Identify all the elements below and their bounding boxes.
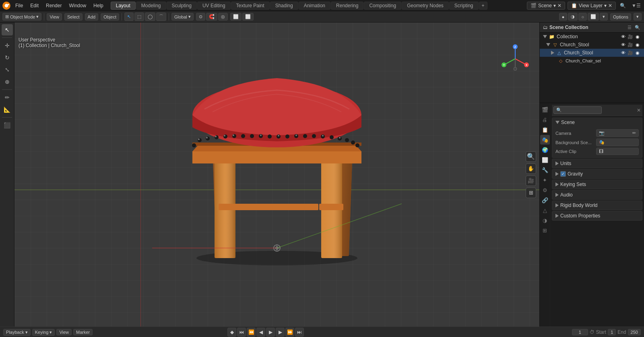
options-btn[interactable]: Options xyxy=(610,13,631,21)
scene-selector[interactable]: 🎬 Scene ▾ ✕ xyxy=(527,2,565,10)
annotate-btn[interactable]: ✏ xyxy=(2,92,13,103)
tab-modeling[interactable]: Modeling xyxy=(136,2,166,10)
outliner-item-collection[interactable]: 📁 Collection 👁 🎥 ◉ xyxy=(540,33,644,41)
menu-file[interactable]: File xyxy=(12,2,26,9)
view-menu[interactable]: View xyxy=(47,13,62,21)
rotate-tool-btn[interactable]: ↻ xyxy=(2,52,13,63)
start-frame-input[interactable]: 1 xyxy=(608,329,616,335)
visibility-camera-icon[interactable]: 🎥 xyxy=(627,33,634,40)
camera-view-btn[interactable]: 🎥 xyxy=(526,176,536,186)
mesh-camera-icon[interactable]: 🎥 xyxy=(627,50,634,56)
current-frame-input[interactable]: 1 xyxy=(572,329,588,335)
outliner-item-material[interactable]: ◇ Church_Chair_sel xyxy=(540,57,644,65)
constraints-props-icon[interactable]: 🔗 xyxy=(540,195,550,205)
xray-btn[interactable]: ⬜ xyxy=(242,13,254,21)
menu-help[interactable]: Help xyxy=(90,2,107,9)
transform-global[interactable]: Global ▾ xyxy=(171,13,194,21)
marker-menu[interactable]: Marker xyxy=(73,329,93,335)
particles-props-icon[interactable]: ✦ xyxy=(540,175,550,185)
tab-texture-paint[interactable]: Texture Paint xyxy=(231,2,270,10)
jump-start-btn[interactable]: ⏮ xyxy=(237,328,246,337)
options-dropdown[interactable]: ▾ xyxy=(634,13,642,21)
cursor-tool-btn[interactable]: ↖ xyxy=(2,24,13,35)
group-camera-icon[interactable]: 🎥 xyxy=(627,41,634,48)
viewport-gizmo[interactable]: Z X Y xyxy=(499,43,531,75)
measure-btn[interactable]: 📐 xyxy=(2,104,13,115)
scale-tool-btn[interactable]: ⤡ xyxy=(2,64,13,75)
object-menu[interactable]: Object xyxy=(101,13,119,21)
outliner-item-church-stool-group[interactable]: ▽ Church_Stool 👁 🎥 ◉ xyxy=(540,41,644,49)
texture-props-icon[interactable]: ⊞ xyxy=(540,225,550,235)
object-data-props-icon[interactable]: △ xyxy=(540,205,550,215)
tab-layout[interactable]: Layout xyxy=(111,2,136,10)
modifier-props-icon[interactable]: 🔧 xyxy=(540,165,550,175)
material-props-icon[interactable]: ◑ xyxy=(540,215,550,225)
world-props-icon[interactable]: 🌍 xyxy=(540,145,550,155)
units-header[interactable]: Units xyxy=(552,159,642,168)
tab-rendering[interactable]: Rendering xyxy=(331,2,363,10)
group-eye-icon[interactable]: 👁 xyxy=(620,41,626,48)
rigid-body-header[interactable]: Rigid Body World xyxy=(552,201,642,210)
ortho-view-btn[interactable]: ⊞ xyxy=(526,188,536,198)
tab-geometry-nodes[interactable]: Geometry Nodes xyxy=(402,2,449,10)
props-search-input[interactable]: 🔍 xyxy=(553,106,602,114)
pivot-btn[interactable]: ⊙ xyxy=(196,13,205,21)
tab-sculpting[interactable]: Sculpting xyxy=(167,2,197,10)
tab-animation[interactable]: Animation xyxy=(299,2,330,10)
menu-edit[interactable]: Edit xyxy=(27,2,42,9)
scene-section-header[interactable]: Scene xyxy=(552,118,642,127)
pan-btn[interactable]: ✋ xyxy=(526,163,536,174)
view-layer-selector[interactable]: 📋 View Layer ▾ ✕ xyxy=(568,2,616,10)
transform-tool-btn[interactable]: ⊕ xyxy=(2,76,13,87)
group-select-icon[interactable]: ◉ xyxy=(634,41,641,48)
move-tool-btn[interactable]: ✛ xyxy=(2,40,13,51)
active-clip-value[interactable]: 🎞 xyxy=(596,148,639,155)
solid-shading[interactable]: ● xyxy=(559,13,568,21)
camera-edit-icon[interactable]: ✏ xyxy=(632,130,636,136)
jump-end-btn[interactable]: ⏭ xyxy=(295,328,304,337)
custom-props-header[interactable]: Custom Properties xyxy=(552,211,642,220)
gravity-header[interactable]: ✓ Gravity xyxy=(552,170,642,178)
visibility-select-icon[interactable]: ◉ xyxy=(634,33,641,40)
menu-window[interactable]: Window xyxy=(66,2,89,9)
bg-scene-value[interactable]: 🎭 xyxy=(596,139,639,146)
select-lasso-tool[interactable]: ⌒ xyxy=(156,12,166,21)
3d-viewport[interactable]: User Perspective (1) Collection | Church… xyxy=(14,23,539,327)
render-props-icon[interactable]: 🎬 xyxy=(540,105,550,114)
audio-header[interactable]: Audio xyxy=(552,190,642,199)
view-layer-props-icon[interactable]: 📋 xyxy=(540,125,550,134)
select-box-tool[interactable]: ⬚ xyxy=(134,12,144,21)
view-layer-close-icon[interactable]: ✕ xyxy=(608,3,612,8)
jump-prev-keyframe-btn[interactable]: ⏪ xyxy=(247,328,256,337)
rendered-shading[interactable]: ○ xyxy=(578,13,587,21)
keying-sets-header[interactable]: Keying Sets xyxy=(552,180,642,189)
view-menu-timeline[interactable]: View xyxy=(56,329,72,335)
playback-menu[interactable]: Playback ▾ xyxy=(3,329,31,336)
outliner-filter-btn[interactable]: ☰ xyxy=(626,24,633,31)
mesh-select-icon[interactable]: ◉ xyxy=(634,50,641,56)
prev-frame-btn[interactable]: ◀ xyxy=(256,328,265,337)
snap-btn[interactable]: 🧲 xyxy=(206,13,217,21)
overlay-btn[interactable]: ⬜ xyxy=(230,13,242,21)
scene-props-icon[interactable]: 🎭 xyxy=(540,135,550,145)
object-props-icon[interactable]: ⬜ xyxy=(540,155,550,165)
camera-value[interactable]: 📷 ✏ xyxy=(596,129,639,137)
object-mode-selector[interactable]: ⊞ Object Mode ▾ xyxy=(2,13,41,21)
outliner-item-church-stool-mesh[interactable]: △ Church_Stool 👁 🎥 ◉ xyxy=(540,49,644,57)
tab-scripting[interactable]: Scripting xyxy=(449,2,479,10)
proportional-btn[interactable]: ◎ xyxy=(218,13,228,21)
visibility-eye-icon[interactable]: 👁 xyxy=(620,33,626,40)
gravity-checkbox[interactable]: ✓ xyxy=(560,171,566,177)
select-menu[interactable]: Select xyxy=(64,13,83,21)
physics-props-icon[interactable]: ⚙ xyxy=(540,185,550,195)
filter-icon[interactable]: ▼☰ xyxy=(630,3,642,8)
tab-compositing[interactable]: Compositing xyxy=(364,2,401,10)
material-shading[interactable]: ◑ xyxy=(568,13,578,21)
scene-close-icon[interactable]: ✕ xyxy=(557,3,561,8)
search-icon[interactable]: 🔍 xyxy=(618,3,627,8)
add-workspace-tab[interactable]: + xyxy=(479,2,487,10)
tab-shading[interactable]: Shading xyxy=(270,2,298,10)
end-frame-input[interactable]: 250 xyxy=(628,329,641,335)
cursor-tool[interactable]: ↖ xyxy=(124,12,134,21)
next-frame-btn[interactable]: ▶ xyxy=(276,328,285,337)
